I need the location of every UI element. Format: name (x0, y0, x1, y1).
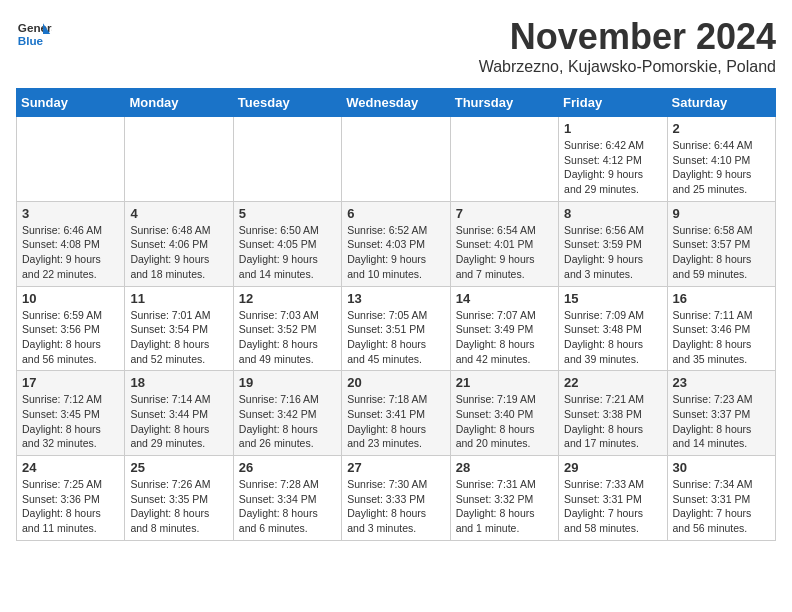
location-title: Wabrzezno, Kujawsko-Pomorskie, Poland (479, 58, 776, 76)
cell-info: Sunrise: 6:50 AM Sunset: 4:05 PM Dayligh… (239, 223, 336, 282)
calendar-cell: 24Sunrise: 7:25 AM Sunset: 3:36 PM Dayli… (17, 456, 125, 541)
calendar-cell: 5Sunrise: 6:50 AM Sunset: 4:05 PM Daylig… (233, 201, 341, 286)
month-title: November 2024 (479, 16, 776, 58)
calendar-cell: 12Sunrise: 7:03 AM Sunset: 3:52 PM Dayli… (233, 286, 341, 371)
calendar-cell: 2Sunrise: 6:44 AM Sunset: 4:10 PM Daylig… (667, 117, 775, 202)
calendar-cell: 8Sunrise: 6:56 AM Sunset: 3:59 PM Daylig… (559, 201, 667, 286)
calendar-cell: 19Sunrise: 7:16 AM Sunset: 3:42 PM Dayli… (233, 371, 341, 456)
calendar-cell: 13Sunrise: 7:05 AM Sunset: 3:51 PM Dayli… (342, 286, 450, 371)
calendar-cell (17, 117, 125, 202)
title-area: November 2024 Wabrzezno, Kujawsko-Pomors… (479, 16, 776, 76)
calendar-cell: 16Sunrise: 7:11 AM Sunset: 3:46 PM Dayli… (667, 286, 775, 371)
day-number: 27 (347, 460, 444, 475)
cell-info: Sunrise: 7:26 AM Sunset: 3:35 PM Dayligh… (130, 477, 227, 536)
cell-info: Sunrise: 7:14 AM Sunset: 3:44 PM Dayligh… (130, 392, 227, 451)
weekday-header: Friday (559, 89, 667, 117)
weekday-header: Monday (125, 89, 233, 117)
cell-info: Sunrise: 7:23 AM Sunset: 3:37 PM Dayligh… (673, 392, 770, 451)
weekday-header-row: SundayMondayTuesdayWednesdayThursdayFrid… (17, 89, 776, 117)
calendar-week-row: 24Sunrise: 7:25 AM Sunset: 3:36 PM Dayli… (17, 456, 776, 541)
day-number: 25 (130, 460, 227, 475)
cell-info: Sunrise: 7:01 AM Sunset: 3:54 PM Dayligh… (130, 308, 227, 367)
cell-info: Sunrise: 7:25 AM Sunset: 3:36 PM Dayligh… (22, 477, 119, 536)
calendar-week-row: 17Sunrise: 7:12 AM Sunset: 3:45 PM Dayli… (17, 371, 776, 456)
day-number: 13 (347, 291, 444, 306)
calendar-cell: 11Sunrise: 7:01 AM Sunset: 3:54 PM Dayli… (125, 286, 233, 371)
calendar-cell: 29Sunrise: 7:33 AM Sunset: 3:31 PM Dayli… (559, 456, 667, 541)
calendar-cell: 18Sunrise: 7:14 AM Sunset: 3:44 PM Dayli… (125, 371, 233, 456)
day-number: 7 (456, 206, 553, 221)
logo: General Blue (16, 16, 52, 52)
calendar-cell: 10Sunrise: 6:59 AM Sunset: 3:56 PM Dayli… (17, 286, 125, 371)
cell-info: Sunrise: 6:56 AM Sunset: 3:59 PM Dayligh… (564, 223, 661, 282)
calendar-cell: 28Sunrise: 7:31 AM Sunset: 3:32 PM Dayli… (450, 456, 558, 541)
day-number: 26 (239, 460, 336, 475)
cell-info: Sunrise: 6:54 AM Sunset: 4:01 PM Dayligh… (456, 223, 553, 282)
calendar-cell: 14Sunrise: 7:07 AM Sunset: 3:49 PM Dayli… (450, 286, 558, 371)
calendar-cell: 25Sunrise: 7:26 AM Sunset: 3:35 PM Dayli… (125, 456, 233, 541)
day-number: 24 (22, 460, 119, 475)
cell-info: Sunrise: 7:34 AM Sunset: 3:31 PM Dayligh… (673, 477, 770, 536)
cell-info: Sunrise: 6:48 AM Sunset: 4:06 PM Dayligh… (130, 223, 227, 282)
day-number: 17 (22, 375, 119, 390)
calendar-week-row: 1Sunrise: 6:42 AM Sunset: 4:12 PM Daylig… (17, 117, 776, 202)
day-number: 12 (239, 291, 336, 306)
day-number: 1 (564, 121, 661, 136)
calendar-cell: 4Sunrise: 6:48 AM Sunset: 4:06 PM Daylig… (125, 201, 233, 286)
day-number: 28 (456, 460, 553, 475)
weekday-header: Sunday (17, 89, 125, 117)
calendar-cell: 27Sunrise: 7:30 AM Sunset: 3:33 PM Dayli… (342, 456, 450, 541)
header: General Blue November 2024 Wabrzezno, Ku… (16, 16, 776, 76)
calendar-cell: 15Sunrise: 7:09 AM Sunset: 3:48 PM Dayli… (559, 286, 667, 371)
day-number: 6 (347, 206, 444, 221)
cell-info: Sunrise: 7:21 AM Sunset: 3:38 PM Dayligh… (564, 392, 661, 451)
calendar-table: SundayMondayTuesdayWednesdayThursdayFrid… (16, 88, 776, 541)
calendar-cell (233, 117, 341, 202)
calendar-week-row: 10Sunrise: 6:59 AM Sunset: 3:56 PM Dayli… (17, 286, 776, 371)
cell-info: Sunrise: 7:07 AM Sunset: 3:49 PM Dayligh… (456, 308, 553, 367)
cell-info: Sunrise: 7:09 AM Sunset: 3:48 PM Dayligh… (564, 308, 661, 367)
cell-info: Sunrise: 7:03 AM Sunset: 3:52 PM Dayligh… (239, 308, 336, 367)
day-number: 22 (564, 375, 661, 390)
day-number: 2 (673, 121, 770, 136)
svg-text:Blue: Blue (18, 34, 44, 47)
calendar-cell: 9Sunrise: 6:58 AM Sunset: 3:57 PM Daylig… (667, 201, 775, 286)
cell-info: Sunrise: 7:05 AM Sunset: 3:51 PM Dayligh… (347, 308, 444, 367)
calendar-cell: 6Sunrise: 6:52 AM Sunset: 4:03 PM Daylig… (342, 201, 450, 286)
day-number: 20 (347, 375, 444, 390)
calendar-cell: 17Sunrise: 7:12 AM Sunset: 3:45 PM Dayli… (17, 371, 125, 456)
calendar-cell: 3Sunrise: 6:46 AM Sunset: 4:08 PM Daylig… (17, 201, 125, 286)
calendar-cell: 26Sunrise: 7:28 AM Sunset: 3:34 PM Dayli… (233, 456, 341, 541)
calendar-cell: 20Sunrise: 7:18 AM Sunset: 3:41 PM Dayli… (342, 371, 450, 456)
cell-info: Sunrise: 7:12 AM Sunset: 3:45 PM Dayligh… (22, 392, 119, 451)
day-number: 18 (130, 375, 227, 390)
day-number: 9 (673, 206, 770, 221)
day-number: 21 (456, 375, 553, 390)
calendar-cell: 1Sunrise: 6:42 AM Sunset: 4:12 PM Daylig… (559, 117, 667, 202)
calendar-cell: 21Sunrise: 7:19 AM Sunset: 3:40 PM Dayli… (450, 371, 558, 456)
cell-info: Sunrise: 6:59 AM Sunset: 3:56 PM Dayligh… (22, 308, 119, 367)
logo-icon: General Blue (16, 16, 52, 52)
weekday-header: Thursday (450, 89, 558, 117)
calendar-cell: 30Sunrise: 7:34 AM Sunset: 3:31 PM Dayli… (667, 456, 775, 541)
cell-info: Sunrise: 7:33 AM Sunset: 3:31 PM Dayligh… (564, 477, 661, 536)
weekday-header: Wednesday (342, 89, 450, 117)
day-number: 23 (673, 375, 770, 390)
calendar-cell (450, 117, 558, 202)
calendar-week-row: 3Sunrise: 6:46 AM Sunset: 4:08 PM Daylig… (17, 201, 776, 286)
day-number: 5 (239, 206, 336, 221)
day-number: 19 (239, 375, 336, 390)
calendar-cell (342, 117, 450, 202)
day-number: 8 (564, 206, 661, 221)
day-number: 11 (130, 291, 227, 306)
day-number: 15 (564, 291, 661, 306)
calendar-cell: 23Sunrise: 7:23 AM Sunset: 3:37 PM Dayli… (667, 371, 775, 456)
day-number: 29 (564, 460, 661, 475)
calendar-cell: 22Sunrise: 7:21 AM Sunset: 3:38 PM Dayli… (559, 371, 667, 456)
cell-info: Sunrise: 7:30 AM Sunset: 3:33 PM Dayligh… (347, 477, 444, 536)
cell-info: Sunrise: 7:19 AM Sunset: 3:40 PM Dayligh… (456, 392, 553, 451)
cell-info: Sunrise: 6:42 AM Sunset: 4:12 PM Dayligh… (564, 138, 661, 197)
cell-info: Sunrise: 7:31 AM Sunset: 3:32 PM Dayligh… (456, 477, 553, 536)
day-number: 3 (22, 206, 119, 221)
cell-info: Sunrise: 7:28 AM Sunset: 3:34 PM Dayligh… (239, 477, 336, 536)
